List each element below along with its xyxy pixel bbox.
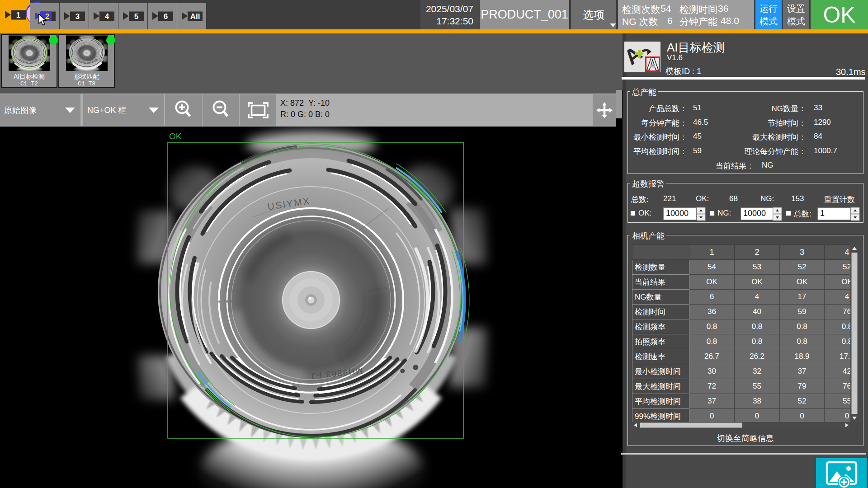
svg-text:A: A [624, 42, 646, 70]
svg-text:5: 5 [134, 12, 138, 21]
svg-text:6: 6 [163, 12, 167, 21]
svg-text:All: All [190, 12, 200, 21]
svg-text:4: 4 [104, 12, 109, 21]
svg-text:3: 3 [75, 12, 79, 21]
svg-text:1: 1 [16, 11, 20, 19]
svg-text:A: A [646, 55, 659, 72]
svg-text:OK: OK [169, 131, 182, 141]
